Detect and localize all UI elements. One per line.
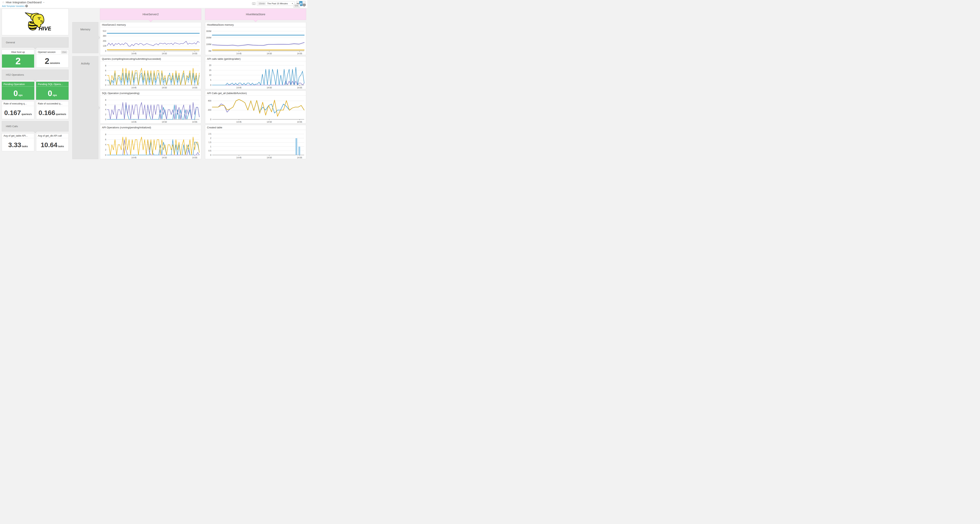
hiveserver2-column: HiveServer2 HiveServer2 memory 012825638… — [100, 9, 201, 20]
svg-text:8: 8 — [105, 99, 106, 101]
svg-text:1: 1 — [210, 145, 211, 148]
rate-succeeded-card[interactable]: Rate of succeeded q... 0.166 queries/s — [36, 101, 68, 119]
chart-hiveserver2-memory[interactable]: HiveServer2 memory 012825638451214:4514:… — [100, 22, 201, 55]
svg-text:HIVE: HIVE — [38, 25, 51, 32]
avg-get-table-card[interactable]: Avg of get_table API... 3.33 tasks — [2, 133, 34, 151]
svg-text:14:50: 14:50 — [162, 156, 167, 159]
svg-text:14:45: 14:45 — [236, 156, 242, 159]
page-title[interactable]: Hive Integration Dashboard — [6, 1, 41, 4]
stat-title: Rate of succeeded q... — [36, 101, 68, 106]
chart-created-table[interactable]: Created table 00.511.522.514:4514:5014:5… — [205, 125, 306, 159]
chart-plot: 0246814:4514:5014:55 — [100, 61, 201, 89]
chart-title: HiveMetaStore memory — [205, 22, 306, 27]
help-icon[interactable]: ? — [25, 5, 28, 7]
stat-title: Hive host up — [2, 50, 34, 54]
svg-text:128: 128 — [103, 44, 106, 47]
esc-key-hint: ESC — [293, 4, 300, 8]
svg-text:2: 2 — [105, 79, 106, 81]
chart-title: API Calls get_all (table/db/function) — [205, 91, 306, 95]
svg-text:8: 8 — [105, 65, 106, 67]
stat-title: Rate of executing q... — [2, 101, 34, 106]
opened-session-card[interactable]: Opened session 15m 2 sessions — [36, 49, 68, 68]
group-label-text: Activity — [81, 62, 89, 65]
chart-title: API calls table (get/drop/alter) — [205, 56, 306, 61]
stat-unit: ops — [53, 94, 57, 97]
chart-queries[interactable]: Queries (compiling/executing/submitting/… — [100, 56, 201, 89]
svg-text:0.5: 0.5 — [208, 149, 211, 152]
svg-text:6: 6 — [105, 104, 106, 106]
hive-logo: HIVE — [20, 11, 51, 33]
svg-text:14:50: 14:50 — [267, 86, 272, 89]
chart-plot: 0510152014:4514:5014:55 — [205, 61, 306, 89]
svg-text:2: 2 — [105, 149, 106, 151]
favorite-star-icon[interactable]: ☆ — [2, 1, 5, 4]
stat-unit: tasks — [22, 145, 28, 148]
chart-api-operations[interactable]: API Operations (running/pending/initiali… — [100, 125, 201, 159]
section-header-general: General — [2, 37, 68, 48]
svg-text:0: 0 — [105, 84, 106, 86]
svg-text:256: 256 — [103, 40, 106, 42]
dashboard-board: HIVE General Hive host up 2 Opened sessi… — [0, 9, 307, 160]
stat-value: 2 — [45, 57, 49, 65]
svg-text:14:50: 14:50 — [162, 86, 167, 89]
svg-text:14:55: 14:55 — [297, 121, 302, 123]
svg-text:14:45: 14:45 — [236, 121, 242, 123]
section-header-label: General — [6, 41, 15, 44]
hivemetastore-column: HiveMetaStore HiveMetaStore memory 0M100… — [205, 9, 306, 20]
chart-hivemetastore-memory[interactable]: HiveMetaStore memory 0M100M200M300M14:45… — [205, 22, 306, 55]
svg-text:2: 2 — [105, 113, 106, 116]
svg-text:8: 8 — [105, 133, 106, 136]
chart-api-calls-table[interactable]: API calls table (get/drop/alter) 0510152… — [205, 56, 306, 89]
stat-value: 10.64 — [41, 141, 57, 148]
top-bar: ☆ Hive Integration Dashboard ⌄ Add Templ… — [0, 0, 307, 8]
pending-operation-card[interactable]: Pending Operation 0 ops — [2, 82, 34, 100]
svg-text:14:50: 14:50 — [267, 52, 272, 55]
svg-text:14:45: 14:45 — [236, 52, 242, 55]
pending-sql-operation-card[interactable]: Pending SQL Opera... 0 ops — [36, 82, 68, 100]
section-header-label: HMS Calls — [6, 125, 18, 128]
esc-separator: / — [301, 5, 302, 7]
svg-text:5: 5 — [210, 79, 211, 81]
stats-column: HIVE General Hive host up 2 Opened sessi… — [2, 9, 68, 151]
svg-text:512: 512 — [103, 30, 106, 32]
group-header-hivemetastore: HiveMetaStore — [205, 9, 306, 20]
svg-text:0: 0 — [210, 84, 211, 86]
title-chevron-down-icon[interactable]: ⌄ — [43, 1, 45, 3]
stat-value: 0 — [14, 89, 18, 97]
svg-text:0: 0 — [105, 50, 106, 52]
svg-text:14:45: 14:45 — [236, 86, 242, 89]
avg-get-db-card[interactable]: Avg of get_db API call 10.64 tasks — [36, 133, 68, 151]
svg-text:15: 15 — [209, 69, 211, 71]
svg-text:14:55: 14:55 — [192, 52, 197, 55]
chart-title: HiveServer2 memory — [100, 22, 201, 27]
stat-value: 2 — [16, 56, 21, 66]
time-range-picker[interactable]: 15min The Past 15 Minutes ▾ — [257, 1, 294, 6]
section-header-hs2-operations: HS2 Operations — [2, 70, 68, 80]
svg-text:6: 6 — [105, 69, 106, 72]
chart-sql-operation[interactable]: SQL Operation (running/pending) 0246814:… — [100, 91, 201, 124]
group-label-text: Memory — [80, 28, 91, 31]
stat-unit: ops — [18, 94, 22, 97]
svg-text:300M: 300M — [206, 30, 211, 32]
svg-text:0: 0 — [210, 118, 211, 121]
chart-plot: 0246814:4514:5014:55 — [100, 130, 201, 159]
rate-executing-card[interactable]: Rate of executing q... 0.167 queries/s — [2, 101, 34, 119]
chart-plot: 0M100M200M300M14:4514:5014:55 — [205, 27, 306, 55]
svg-text:0M: 0M — [208, 50, 211, 52]
chart-plot: 0246814:4514:5014:55 — [100, 95, 201, 123]
svg-text:14:55: 14:55 — [297, 86, 302, 89]
keyboard-shortcuts-icon[interactable] — [252, 2, 256, 5]
time-window-badge: 15m — [61, 51, 67, 54]
add-template-variables-link[interactable]: Add Template Variables — [2, 5, 24, 7]
chart-api-calls-get-all[interactable]: API Calls get_all (table/db/function) 02… — [205, 91, 306, 124]
tv-mode-icon[interactable] — [302, 4, 306, 8]
svg-text:2.5: 2.5 — [208, 133, 211, 135]
time-range-badge: 15min — [258, 2, 266, 5]
hive-host-up-card[interactable]: Hive host up 2 — [2, 49, 34, 68]
chart-title: API Operations (running/pending/initiali… — [100, 125, 201, 130]
chart-plot: 020040014:4514:5014:55 — [205, 95, 306, 123]
svg-text:400: 400 — [208, 100, 211, 102]
chart-title: Queries (compiling/executing/submitting/… — [100, 56, 201, 61]
time-range-label: The Past 15 Minutes — [267, 2, 291, 5]
chart-plot: 00.511.522.514:4514:5014:55 — [205, 130, 306, 159]
